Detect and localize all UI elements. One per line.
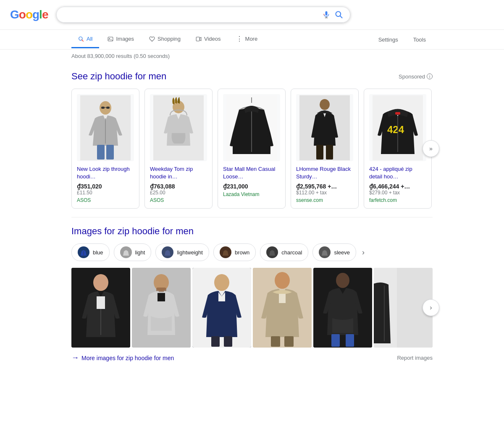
products-row: New Look zip through hoodi… ₫351,020 £11… — [71, 89, 433, 209]
chip-img-brown — [220, 246, 231, 258]
images-section-title: Images for zip hoodie for men — [71, 226, 433, 237]
product-image-1 — [77, 94, 134, 161]
chips-next-button[interactable]: › — [360, 248, 366, 257]
search-icon — [335, 10, 343, 19]
shopping-section: See zip hoodie for men Sponsored i — [0, 63, 504, 217]
image-svg-5 — [313, 268, 372, 348]
nav-item-shopping[interactable]: Shopping — [142, 31, 187, 48]
navigation: All Images Shopping Videos ⋮ More Settin… — [0, 30, 504, 50]
images-next-button[interactable]: › — [423, 299, 439, 316]
svg-rect-52 — [346, 334, 354, 347]
filter-chip-lightweight[interactable]: lightweight — [155, 243, 209, 261]
svg-rect-43 — [224, 336, 232, 347]
shopping-title: See zip hoodie for men — [71, 71, 166, 82]
product-price-main-1: ₫351,020 — [77, 183, 134, 190]
chip-img-light — [120, 246, 132, 258]
svg-point-24 — [320, 99, 330, 110]
product-image-4 — [296, 94, 353, 161]
svg-rect-14 — [106, 145, 114, 160]
nav-shopping-label: Shopping — [158, 36, 181, 42]
mic-icon — [322, 10, 331, 19]
next-arrow: » — [429, 145, 433, 152]
svg-rect-0 — [326, 11, 328, 16]
image-thumb-1[interactable] — [71, 268, 130, 348]
product-name-3: Star Mall Men Casual Loose… — [223, 165, 280, 180]
filter-chips: blue light lightweight — [71, 243, 433, 261]
product-store-4: ssense.com — [296, 197, 353, 203]
nav-tools[interactable]: Tools — [407, 31, 433, 48]
search-bar: zip hoodie for men — [56, 7, 350, 23]
image-thumb-5[interactable] — [313, 268, 372, 348]
svg-rect-48 — [284, 336, 294, 347]
filter-chip-brown[interactable]: brown — [213, 243, 256, 261]
product-card-5[interactable]: 424 424 - appliqué zip detail hoo… ₫6,46… — [364, 89, 432, 209]
svg-rect-9 — [196, 37, 200, 41]
header: Google zip hoodie for men — [0, 0, 504, 30]
product-image-5: 424 — [369, 94, 426, 161]
svg-point-50 — [336, 273, 349, 288]
svg-point-41 — [214, 274, 229, 291]
images-icon — [108, 36, 113, 42]
product-card-2[interactable]: Weekday Tom zip hoodie in… ₫763,088 £25.… — [144, 89, 213, 209]
nav-right: Settings Tools — [372, 31, 433, 48]
nav-item-videos[interactable]: Videos — [189, 31, 228, 48]
products-next-button[interactable]: » — [423, 140, 439, 157]
shopping-section-header: See zip hoodie for men Sponsored i — [71, 71, 433, 82]
nav-more-label: More — [245, 36, 258, 42]
svg-point-33 — [93, 274, 108, 291]
product-price-main-2: ₫763,088 — [150, 183, 207, 190]
image-svg-4 — [253, 268, 312, 348]
more-images-row: → More images for zip hoodie for men Rep… — [71, 353, 433, 362]
nav-item-all[interactable]: All — [71, 31, 99, 48]
svg-line-4 — [340, 16, 342, 18]
product-card-3[interactable]: Star Mall Men Casual Loose… ₫231,000 Laz… — [218, 89, 286, 209]
nav-settings[interactable]: Settings — [372, 31, 405, 48]
chip-hoodie-blue — [79, 248, 88, 256]
report-images-link[interactable]: Report images — [397, 355, 433, 361]
product-price-secondary-5: $279.00 + tax — [369, 190, 426, 196]
more-images-link[interactable]: → More images for zip hoodie for men — [71, 353, 174, 362]
svg-rect-42 — [211, 336, 220, 347]
voice-search-button[interactable] — [322, 10, 331, 19]
image-svg-2 — [132, 268, 191, 348]
product-card-4[interactable]: LHomme Rouge Black Sturdy… ₫2,595,768 +…… — [291, 89, 359, 209]
image-thumb-3[interactable] — [192, 268, 251, 348]
svg-point-45 — [275, 272, 290, 289]
shopping-icon — [149, 36, 155, 42]
search-input[interactable]: zip hoodie for men — [63, 11, 318, 18]
google-logo[interactable]: Google — [10, 8, 48, 21]
svg-rect-35 — [97, 296, 105, 309]
videos-icon — [196, 36, 202, 42]
image-thumb-2[interactable] — [132, 268, 191, 348]
product-store-1: ASOS — [77, 197, 134, 203]
product-card-1[interactable]: New Look zip through hoodi… ₫351,020 £11… — [71, 89, 139, 209]
all-search-icon — [78, 36, 84, 42]
product-store-2: ASOS — [150, 197, 207, 203]
filter-chip-charcoal[interactable]: charcoal — [260, 243, 308, 261]
images-section: Images for zip hoodie for men blue light — [0, 217, 504, 371]
product-price-main-5: ₫6,466,244 +… — [369, 183, 426, 190]
search-button[interactable] — [335, 10, 343, 19]
filter-chip-blue[interactable]: blue — [71, 243, 110, 261]
svg-rect-28 — [395, 112, 400, 115]
nav-item-more[interactable]: ⋮ More — [229, 30, 265, 49]
chip-img-sleeve — [319, 246, 331, 258]
product-figure-4 — [299, 95, 350, 160]
chip-lightweight-label: lightweight — [177, 249, 202, 256]
product-figure-1 — [80, 95, 131, 160]
filter-chip-light[interactable]: light — [114, 243, 152, 261]
image-thumb-4[interactable] — [253, 268, 312, 348]
chip-hoodie-light — [122, 248, 130, 256]
svg-rect-46 — [279, 294, 286, 303]
filter-chip-sleeve[interactable]: sleeve — [312, 243, 356, 261]
nav-item-images[interactable]: Images — [101, 31, 141, 48]
chip-charcoal-label: charcoal — [281, 249, 302, 256]
svg-rect-15 — [101, 107, 105, 109]
info-icon[interactable]: i — [427, 73, 433, 79]
chip-hoodie-sleeve — [320, 248, 329, 256]
svg-text:424: 424 — [387, 124, 404, 135]
nav-all-label: All — [87, 36, 92, 42]
product-image-3 — [223, 94, 280, 161]
nav-images-label: Images — [116, 36, 134, 42]
chip-brown-label: brown — [235, 249, 249, 256]
